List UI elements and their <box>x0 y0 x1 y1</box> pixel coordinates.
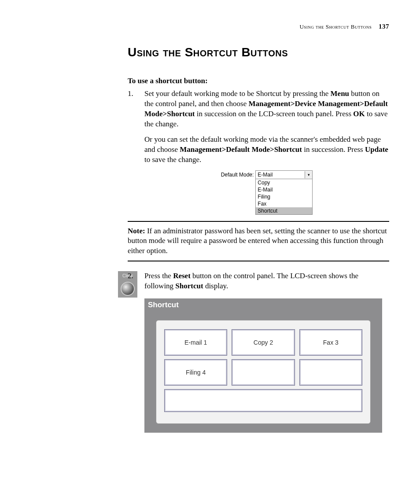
shortcut-status-bar[interactable] <box>164 389 362 412</box>
step1-para2: Or you can set the default working mode … <box>144 135 389 165</box>
note-block: Note: If an administrator password has b… <box>128 221 389 262</box>
dropdown-option[interactable]: Fax <box>256 200 312 207</box>
shortcut-button[interactable]: Filing 4 <box>164 359 227 386</box>
shortcut-button[interactable]: E-mail 1 <box>164 329 227 356</box>
button-circle-icon <box>121 282 135 296</box>
dropdown-option[interactable]: Shortcut <box>256 207 312 214</box>
chevron-down-icon: ▾ <box>305 171 312 178</box>
default-mode-dropdown[interactable]: E-Mail ▾ Copy E-Mail Filing Fax Shortcut <box>255 170 313 215</box>
note-text: If an administrator password has been se… <box>128 227 387 255</box>
step2-text: Press the Reset button on the control pa… <box>144 271 389 291</box>
step-number: 1. <box>128 89 133 99</box>
dropdown-option[interactable]: Copy <box>256 179 312 186</box>
step-2: Clear 2. Press the Reset button on the c… <box>128 271 389 433</box>
step-number: 2. <box>128 271 133 281</box>
dropdown-list: Copy E-Mail Filing Fax Shortcut <box>255 179 313 215</box>
shortcut-button[interactable] <box>299 359 362 386</box>
intro-heading: To use a shortcut button: <box>128 76 389 86</box>
shortcut-button[interactable] <box>232 359 295 386</box>
running-header: Using the Shortcut Buttons 137 <box>18 22 389 31</box>
note-label: Note: <box>128 227 145 235</box>
running-title: Using the Shortcut Buttons <box>299 23 372 30</box>
dropdown-label: Default Mode: <box>221 170 254 178</box>
dropdown-selected-value: E-Mail <box>258 171 273 179</box>
step-1: 1. Set your default working mode to be S… <box>128 89 389 215</box>
section-title: Using the Shortcut Buttons <box>128 44 389 61</box>
page-number: 137 <box>379 23 389 30</box>
shortcut-button[interactable]: Copy 2 <box>232 329 295 356</box>
lcd-panel: E-mail 1 Copy 2 Fax 3 Filing 4 <box>156 320 371 424</box>
shortcut-button[interactable]: Fax 3 <box>299 329 362 356</box>
dropdown-option[interactable]: E-Mail <box>256 186 312 193</box>
step1-para1: Set your default working mode to be Shor… <box>144 89 389 129</box>
lcd-screenshot: Shortcut E-mail 1 Copy 2 Fax 3 Filing 4 <box>144 298 382 433</box>
dropdown-option[interactable]: Filing <box>256 193 312 200</box>
lcd-title: Shortcut <box>144 298 382 312</box>
default-mode-figure: Default Mode: E-Mail ▾ Copy E-Mail Filin… <box>144 170 389 215</box>
